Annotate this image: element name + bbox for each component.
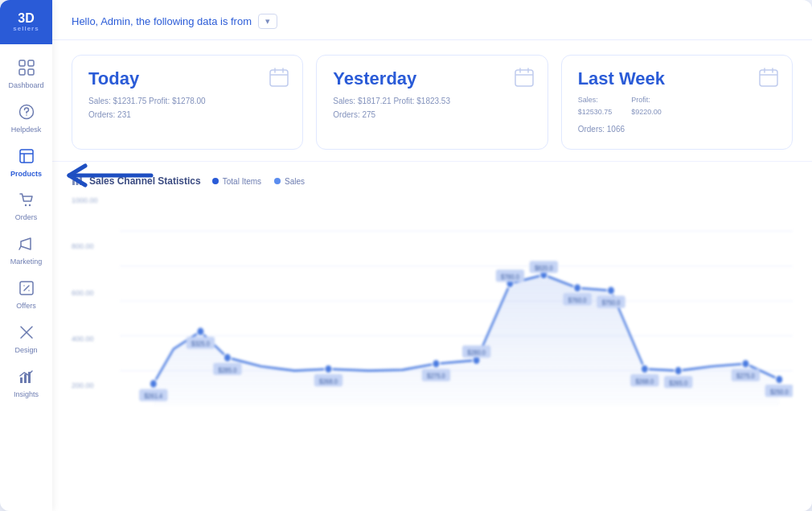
legend-label-sales: Sales (285, 177, 305, 186)
y-axis-labels: 1000.00 800.00 600.00 400.00 200.00 (72, 196, 120, 406)
design-icon (18, 323, 35, 344)
sidebar-item-design-label: Design (14, 346, 37, 355)
svg-point-10 (28, 204, 30, 206)
sidebar-item-marketing-label: Marketing (10, 258, 43, 266)
sidebar-item-marketing[interactable]: Marketing (0, 227, 52, 271)
svg-text:$325.0: $325.0 (191, 340, 210, 348)
lastweek-sales-label: Sales: (578, 94, 613, 106)
svg-text:$760.0: $760.0 (568, 296, 587, 304)
lastweek-sales-val: $12530.75 (578, 106, 613, 118)
svg-text:$268.0: $268.0 (635, 377, 654, 385)
dropdown-arrow: ▾ (265, 16, 270, 27)
helpdesk-icon (18, 103, 35, 123)
svg-point-40 (197, 327, 204, 336)
svg-rect-1 (28, 60, 34, 66)
svg-rect-14 (20, 377, 23, 383)
chart-header: Sales Channel Statistics Total Items Sal… (72, 175, 793, 188)
offers-icon (18, 279, 35, 299)
header: Hello, Admin, the following data is from… (52, 0, 812, 40)
svg-text:$820.0: $820.0 (535, 264, 553, 272)
svg-rect-21 (515, 70, 533, 86)
stat-icon-yesterday (514, 67, 535, 93)
logo-3d: 3D (18, 11, 34, 26)
svg-text:$285.0: $285.0 (219, 366, 237, 374)
sidebar-item-design[interactable]: Design (0, 315, 52, 360)
svg-point-9 (24, 204, 26, 206)
svg-rect-6 (20, 150, 33, 163)
svg-point-64 (607, 286, 614, 295)
sidebar-item-dashboard-label: Dashboard (8, 81, 43, 90)
sidebar-item-offers[interactable]: Offers (0, 271, 52, 315)
chart-legend: Total Items Sales (212, 177, 305, 186)
svg-rect-30 (76, 178, 79, 185)
legend-item-sales: Sales (274, 177, 305, 186)
svg-point-70 (675, 366, 682, 375)
main-content: Hello, Admin, the following data is from… (52, 0, 812, 511)
y-label-4: 400.00 (72, 335, 120, 343)
sidebar-item-dashboard[interactable]: Dashboard (0, 51, 52, 95)
logo[interactable]: 3D sellers (0, 0, 52, 44)
stat-icon-today (269, 67, 289, 93)
sidebar-item-helpdesk[interactable]: Helpdesk (0, 95, 52, 139)
svg-point-61 (574, 283, 581, 292)
products-icon (18, 147, 35, 167)
svg-point-43 (224, 353, 231, 362)
svg-text:$265.0: $265.0 (669, 379, 687, 387)
svg-rect-25 (760, 70, 777, 86)
svg-point-73 (742, 359, 749, 368)
chart-title: Sales Channel Statistics (89, 175, 201, 187)
svg-point-46 (325, 365, 332, 373)
svg-rect-31 (80, 175, 82, 185)
stat-title-lastweek: Last Week (578, 68, 776, 89)
legend-dot-sales (274, 178, 281, 184)
svg-rect-2 (19, 69, 25, 75)
stat-details-yesterday: Sales: $1817.21 Profit: $1823.53 Orders:… (333, 94, 531, 122)
sidebar-item-orders-label: Orders (15, 213, 38, 222)
stat-title-yesterday: Yesterday (333, 68, 531, 89)
sidebar-item-products[interactable]: Products (0, 139, 52, 183)
svg-point-76 (776, 375, 783, 384)
y-label-1: 1000.00 (72, 196, 120, 204)
svg-rect-29 (72, 180, 75, 185)
y-label-2: 800.00 (72, 242, 120, 250)
legend-label-total: Total Items (223, 177, 261, 186)
sidebar-nav: Dashboard Helpdesk (0, 44, 52, 511)
y-label-3: 600.00 (72, 289, 120, 297)
svg-rect-3 (28, 69, 34, 75)
sidebar: 3D sellers Dashboard (0, 0, 52, 511)
stat-card-today: Today Sales: $1231.75 Profit: $1278.00 O… (72, 55, 303, 150)
svg-text:$250.0: $250.0 (770, 388, 789, 396)
marketing-icon (18, 235, 35, 255)
logo-sellers: sellers (13, 26, 39, 33)
stat-title-today: Today (88, 68, 286, 89)
stat-details-today: Sales: $1231.75 Profit: $1278.00 Orders:… (88, 94, 286, 122)
insights-icon (18, 368, 35, 388)
lastweek-profit-val: $9220.00 (631, 106, 662, 118)
svg-text:$275.0: $275.0 (736, 372, 755, 380)
svg-point-37 (150, 379, 157, 388)
svg-point-49 (433, 359, 440, 368)
chart-svg: $261.4 $325.0 $285.0 $268.0 $275.0 (120, 196, 793, 406)
sidebar-item-insights-label: Insights (14, 390, 39, 399)
y-label-5: 200.00 (72, 381, 120, 389)
app-container: 3D sellers Dashboard (0, 0, 812, 511)
svg-rect-17 (270, 70, 288, 86)
header-greeting: Hello, Admin, the following data is from (72, 15, 252, 27)
sidebar-item-insights[interactable]: Insights (0, 360, 52, 404)
sidebar-item-offers-label: Offers (16, 302, 35, 311)
svg-rect-0 (19, 60, 25, 66)
svg-text:$275.0: $275.0 (427, 372, 445, 380)
svg-point-67 (641, 365, 648, 373)
stat-card-lastweek: Last Week Sales: $12530.75 Profit: $9220… (561, 55, 793, 150)
dashboard-icon (18, 59, 35, 79)
svg-text:$261.4: $261.4 (144, 392, 162, 400)
chart-section: Sales Channel Statistics Total Items Sal… (52, 161, 812, 511)
chart-svg-container: $261.4 $325.0 $285.0 $268.0 $275.0 (120, 196, 793, 406)
lastweek-profit-label: Profit: (631, 94, 662, 106)
stat-card-yesterday: Yesterday Sales: $1817.21 Profit: $1823.… (316, 55, 547, 150)
sidebar-item-orders[interactable]: Orders (0, 183, 52, 227)
header-dropdown[interactable]: ▾ (258, 14, 277, 29)
sidebar-item-helpdesk-label: Helpdesk (11, 126, 42, 134)
stat-icon-lastweek (758, 67, 779, 93)
stat-details-lastweek: Sales: $12530.75 Profit: $9220.00 Orders… (578, 94, 776, 136)
